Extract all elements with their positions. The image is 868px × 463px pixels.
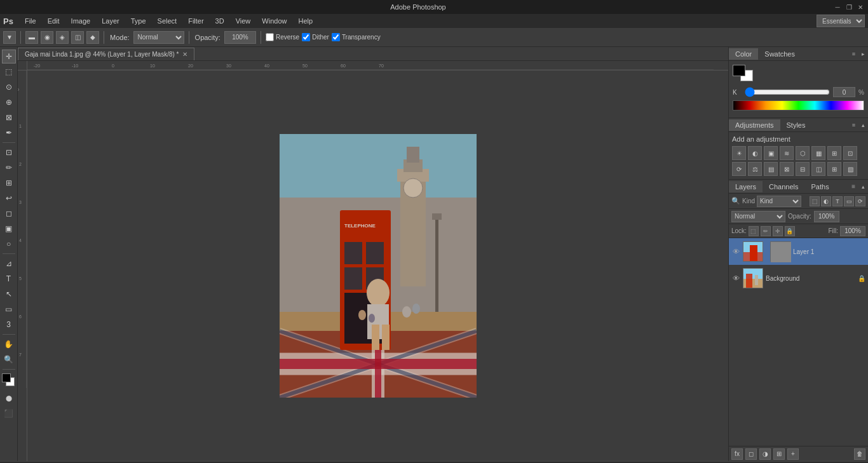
styles-tab[interactable]: Styles <box>780 119 812 131</box>
menu-view[interactable]: View <box>231 16 256 26</box>
gradient-angle-btn[interactable]: ◈ <box>56 31 69 44</box>
pen-tool[interactable]: ⊿ <box>2 257 16 271</box>
layer-fx-btn[interactable]: fx <box>731 448 743 460</box>
marquee-tool[interactable]: ⬚ <box>2 65 16 79</box>
restore-button[interactable]: ❐ <box>844 3 853 11</box>
adj-panel-collapse[interactable]: ▴ <box>858 118 868 132</box>
transparency-checkbox[interactable]: Transparency <box>332 33 381 41</box>
3d-tool[interactable]: 3 <box>2 318 16 332</box>
selective-color-btn[interactable]: ▧ <box>843 162 857 176</box>
menu-select[interactable]: Select <box>153 16 182 26</box>
posterize-btn[interactable]: ⊟ <box>796 162 810 176</box>
menu-edit[interactable]: Edit <box>43 16 65 26</box>
fg-bg-swatches[interactable] <box>733 65 756 84</box>
adjustments-tab[interactable]: Adjustments <box>729 119 780 131</box>
hue-sat-btn[interactable]: ▦ <box>811 146 825 160</box>
fg-color-box[interactable] <box>733 65 745 76</box>
layer-mask-btn[interactable]: ◻ <box>745 448 757 460</box>
channels-tab[interactable]: Channels <box>763 181 804 192</box>
document-tab[interactable]: Gaja mai Linda 1.jpg @ 44% (Layer 1, Lay… <box>18 48 194 60</box>
color-spectrum[interactable] <box>733 100 864 111</box>
shape-tool[interactable]: ▭ <box>2 302 16 316</box>
gradient-linear-btn[interactable]: ▬ <box>25 31 38 44</box>
k-slider[interactable] <box>745 90 830 95</box>
lasso-tool[interactable]: ⊙ <box>2 80 16 94</box>
color-panel-collapse[interactable]: ▸ <box>858 47 868 61</box>
brush-tool[interactable]: ✏ <box>2 161 16 175</box>
gradient-tool[interactable]: ▣ <box>2 222 16 236</box>
adjustment-layer-btn[interactable]: ◑ <box>759 448 771 460</box>
new-layer-btn[interactable]: + <box>787 448 799 460</box>
tab-close-button[interactable]: ✕ <box>182 51 187 58</box>
invert-btn[interactable]: ⊠ <box>780 162 794 176</box>
color-balance-btn[interactable]: ⊞ <box>827 146 841 160</box>
color-lookup-btn[interactable]: ▤ <box>764 162 778 176</box>
menu-window[interactable]: Window <box>257 16 292 26</box>
close-button[interactable]: ✕ <box>856 3 865 11</box>
dither-check[interactable] <box>302 33 310 41</box>
spot-heal-tool[interactable]: ⊡ <box>2 145 16 159</box>
photo-filter-btn[interactable]: ⟳ <box>732 162 746 176</box>
reverse-check[interactable] <box>266 33 274 41</box>
screen-mode-btn[interactable]: ⬛ <box>2 406 16 420</box>
type-tool[interactable]: T <box>2 272 16 286</box>
delete-layer-btn[interactable]: 🗑 <box>854 448 865 460</box>
mode-select[interactable]: Normal Multiply Screen <box>133 31 184 44</box>
tool-preset-btn[interactable]: ▼ <box>3 31 16 44</box>
path-select-tool[interactable]: ↖ <box>2 287 16 301</box>
layers-panel-menu[interactable]: ≡ <box>851 183 858 190</box>
quick-mask-btn[interactable]: ⬤ <box>2 391 16 405</box>
menu-type[interactable]: Type <box>126 16 151 26</box>
eyedropper-tool[interactable]: ✒ <box>2 126 16 140</box>
gradient-diamond-btn[interactable]: ◆ <box>86 31 99 44</box>
adj-panel-menu[interactable]: ≡ <box>852 122 858 128</box>
dodge-tool[interactable]: ○ <box>2 237 16 251</box>
exposure-btn[interactable]: ≋ <box>780 146 794 160</box>
crop-tool[interactable]: ⊠ <box>2 111 16 124</box>
stamp-tool[interactable]: ⊞ <box>2 176 16 190</box>
vibrance-btn[interactable]: ⬡ <box>796 146 810 160</box>
opacity-input[interactable] <box>224 31 256 44</box>
foreground-color-swatch[interactable] <box>2 373 11 382</box>
reverse-checkbox[interactable]: Reverse <box>266 33 299 41</box>
threshold-btn[interactable]: ◫ <box>811 162 825 176</box>
menu-image[interactable]: Image <box>66 16 96 26</box>
filter-adjust-btn[interactable]: ◐ <box>821 196 831 206</box>
layers-panel-collapse[interactable]: ▴ <box>858 180 868 194</box>
menu-3d[interactable]: 3D <box>210 16 229 26</box>
paths-tab[interactable]: Paths <box>805 181 836 192</box>
eraser-tool[interactable]: ◻ <box>2 206 16 220</box>
transparency-check[interactable] <box>332 33 340 41</box>
opacity-value-input[interactable] <box>814 211 839 222</box>
layer1-visibility-toggle[interactable]: 👁 <box>731 247 740 256</box>
brightness-contrast-btn[interactable]: ☀ <box>732 146 746 160</box>
blend-mode-select[interactable]: Normal Multiply Screen <box>731 211 785 222</box>
gradient-radial-btn[interactable]: ◉ <box>41 31 53 44</box>
filter-smart-btn[interactable]: ⟳ <box>855 196 865 206</box>
filter-pixel-btn[interactable]: ⬚ <box>810 196 820 206</box>
menu-file[interactable]: File <box>20 16 41 26</box>
menu-filter[interactable]: Filter <box>183 16 208 26</box>
levels-btn[interactable]: ◐ <box>748 146 762 160</box>
move-tool[interactable]: ✛ <box>2 50 16 64</box>
minimize-button[interactable]: ─ <box>833 3 842 11</box>
swatches-tab[interactable]: Swatches <box>758 48 801 60</box>
color-panel-menu[interactable]: ≡ <box>852 51 858 57</box>
canvas-viewport[interactable]: TELEPHONE <box>27 70 728 461</box>
zoom-tool[interactable]: 🔍 <box>2 352 16 366</box>
quick-select-tool[interactable]: ⊕ <box>2 95 16 109</box>
filter-kind-select[interactable]: Kind <box>757 196 801 207</box>
gradient-map-btn[interactable]: ⊞ <box>827 162 841 176</box>
color-swatches-widget[interactable] <box>2 373 16 389</box>
layer-item-1[interactable]: 👁 Layer 1 <box>729 238 868 265</box>
history-brush-tool[interactable]: ↩ <box>2 191 16 205</box>
layers-tab[interactable]: Layers <box>729 181 763 192</box>
hand-tool[interactable]: ✋ <box>2 337 16 351</box>
color-tab[interactable]: Color <box>729 48 758 60</box>
layer-item-background[interactable]: 👁 Background 🔒 <box>729 265 868 292</box>
fill-value-input[interactable] <box>840 226 865 236</box>
lock-all-btn[interactable]: 🔒 <box>785 226 795 236</box>
dither-checkbox[interactable]: Dither <box>302 33 329 41</box>
black-white-btn[interactable]: ⊡ <box>843 146 857 160</box>
channel-mixer-btn[interactable]: ⚖ <box>748 162 762 176</box>
